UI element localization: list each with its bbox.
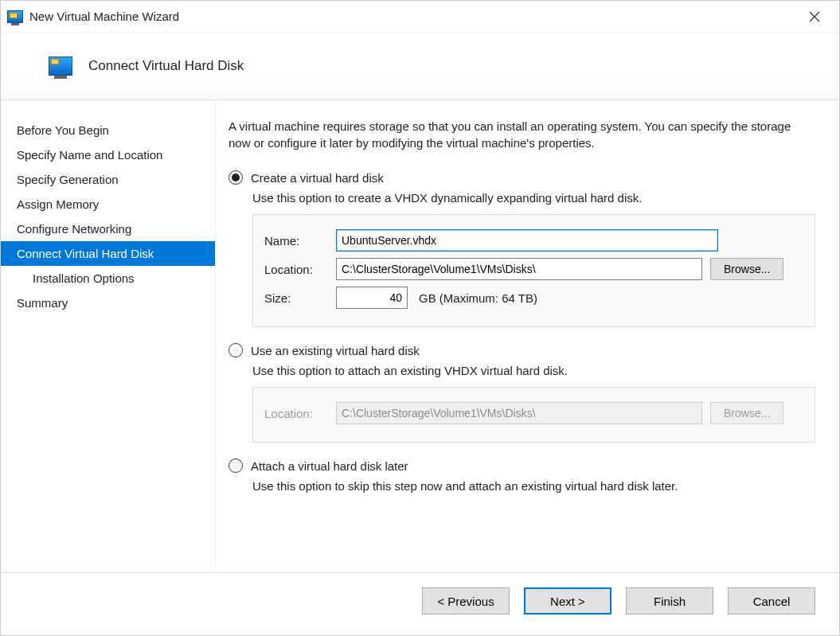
cancel-button[interactable]: Cancel	[728, 587, 815, 615]
option-create-label: Create a virtual hard disk	[251, 171, 384, 185]
step-assign-memory[interactable]: Assign Memory	[1, 192, 215, 217]
step-before-you-begin[interactable]: Before You Begin	[1, 118, 215, 142]
size-suffix: GB (Maximum: 64 TB)	[419, 291, 537, 305]
step-configure-networking[interactable]: Configure Networking	[1, 217, 215, 241]
wizard-window: New Virtual Machine Wizard Connect Virtu…	[0, 0, 840, 636]
window-title: New Virtual Machine Wizard	[29, 10, 179, 23]
wizard-header: Connect Virtual Hard Disk	[1, 33, 839, 100]
app-icon	[7, 10, 23, 23]
step-icon-wrap	[33, 57, 88, 76]
titlebar: New Virtual Machine Wizard	[1, 1, 839, 33]
existing-browse-button: Browse...	[710, 402, 783, 424]
close-icon[interactable]	[796, 5, 833, 29]
radio-create-vhd[interactable]	[229, 170, 243, 185]
option-attach-later: Attach a virtual hard disk later Use thi…	[229, 458, 815, 493]
create-panel: Name: Location: Browse... Size: GB (Maxi…	[252, 214, 815, 327]
browse-button[interactable]: Browse...	[710, 258, 783, 280]
option-existing-vhd: Use an existing virtual hard disk Use th…	[229, 343, 815, 443]
existing-location-input	[336, 402, 702, 424]
location-label: Location:	[264, 263, 328, 276]
size-label: Size:	[264, 291, 328, 305]
vm-icon	[49, 57, 72, 76]
wizard-body: Before You Begin Specify Name and Locati…	[1, 100, 839, 572]
step-specify-name-location[interactable]: Specify Name and Location	[1, 142, 215, 167]
step-installation-options[interactable]: Installation Options	[1, 266, 215, 291]
vhd-name-input[interactable]	[336, 229, 718, 252]
name-label: Name:	[264, 234, 328, 248]
radio-attach-later[interactable]	[229, 458, 243, 473]
option-create-desc: Use this option to create a VHDX dynamic…	[252, 191, 815, 205]
existing-location-label: Location:	[264, 407, 328, 420]
vhd-size-input[interactable]	[336, 287, 408, 309]
intro-text: A virtual machine requires storage so th…	[229, 118, 815, 151]
vhd-location-input[interactable]	[336, 258, 702, 280]
existing-panel: Location: Browse...	[252, 387, 815, 443]
step-summary[interactable]: Summary	[1, 291, 215, 315]
option-existing-desc: Use this option to attach an existing VH…	[252, 364, 815, 377]
step-specify-generation[interactable]: Specify Generation	[1, 167, 215, 192]
wizard-footer: < Previous Next > Finish Cancel	[1, 572, 839, 635]
option-existing-label: Use an existing virtual hard disk	[251, 344, 420, 357]
wizard-steps-sidebar: Before You Begin Specify Name and Locati…	[1, 100, 216, 572]
finish-button[interactable]: Finish	[626, 587, 713, 615]
previous-button[interactable]: < Previous	[422, 587, 510, 615]
radio-existing-vhd[interactable]	[229, 343, 243, 357]
step-title: Connect Virtual Hard Disk	[88, 58, 244, 74]
option-create-vhd: Create a virtual hard disk Use this opti…	[229, 170, 815, 327]
step-connect-vhd[interactable]: Connect Virtual Hard Disk	[1, 241, 215, 266]
option-later-label: Attach a virtual hard disk later	[251, 459, 408, 473]
next-button[interactable]: Next >	[524, 587, 611, 615]
option-later-desc: Use this option to skip this step now an…	[252, 479, 815, 493]
wizard-content: A virtual machine requires storage so th…	[216, 100, 839, 572]
